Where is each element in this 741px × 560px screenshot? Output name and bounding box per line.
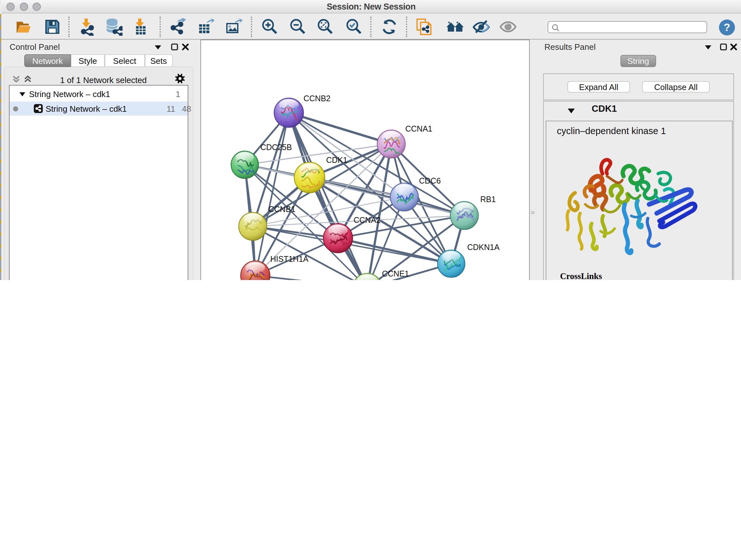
svg-text:RB1: RB1	[480, 195, 496, 204]
svg-text:CDC6: CDC6	[419, 176, 441, 185]
svg-text:CDC25B: CDC25B	[260, 143, 292, 152]
svg-text:CCNB2: CCNB2	[304, 94, 331, 103]
svg-text:CCNA1: CCNA1	[405, 124, 432, 133]
svg-text:?: ?	[724, 21, 731, 33]
svg-text:CDK1: CDK1	[326, 155, 347, 165]
svg-text:CCNA2: CCNA2	[354, 215, 381, 225]
svg-text:CCNE1: CCNE1	[382, 269, 409, 278]
svg-text:HIST1H1A: HIST1H1A	[270, 254, 309, 263]
svg-text:CDKN1A: CDKN1A	[467, 243, 500, 252]
svg-text:CCNB1: CCNB1	[268, 205, 295, 213]
